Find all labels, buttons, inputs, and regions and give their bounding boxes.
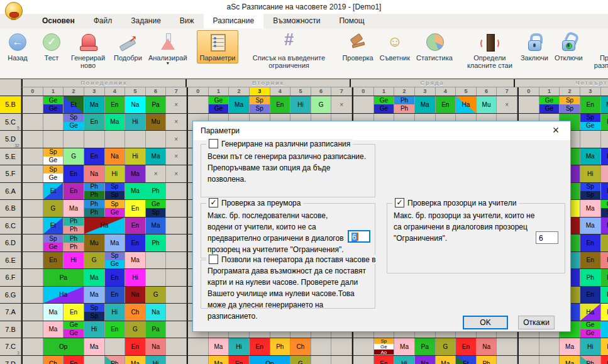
lesson-cell[interactable]	[166, 218, 187, 234]
lesson-cell[interactable]: Ma	[84, 96, 105, 113]
lesson-cell[interactable]: En	[125, 234, 146, 251]
lesson-cell[interactable]: Ph	[105, 356, 126, 364]
lesson-cell[interactable]	[43, 114, 64, 131]
lesson-cell[interactable]: Ma	[125, 183, 146, 200]
lesson-cell[interactable]	[146, 252, 167, 269]
lesson-cell[interactable]	[188, 356, 209, 364]
lesson-cell[interactable]	[146, 131, 167, 148]
lesson-cell[interactable]: Ma	[125, 356, 146, 364]
overwork-check-checkbox[interactable]: ✓	[209, 198, 218, 207]
lesson-cell[interactable]: GeGe	[580, 321, 601, 338]
ribbon-button-премахни-разписанието[interactable]: ♻Премахни разписанието	[586, 30, 608, 71]
lesson-cell[interactable]: SpGe	[43, 165, 64, 182]
lesson-cell[interactable]: Hi	[125, 148, 146, 165]
lesson-cell[interactable]: Hi	[580, 338, 601, 355]
lesson-cell[interactable]: Ph	[146, 183, 167, 200]
lesson-cell[interactable]	[311, 338, 332, 355]
lesson-cell[interactable]: PhPh	[64, 218, 84, 234]
lesson-cell[interactable]: Mu	[84, 234, 105, 251]
lesson-cell[interactable]	[601, 131, 608, 148]
period-header[interactable]: 4	[270, 87, 291, 96]
class-label[interactable]: 7.A	[0, 304, 21, 321]
lesson-cell[interactable]: ×	[166, 148, 187, 165]
lesson-cell[interactable]: En	[601, 183, 608, 200]
lesson-cell[interactable]: GeSp	[146, 200, 167, 217]
lesson-cell[interactable]	[519, 338, 539, 355]
lesson-cell[interactable]	[188, 338, 209, 355]
lesson-cell[interactable]	[43, 131, 64, 148]
lesson-cell[interactable]: Hi	[229, 338, 250, 355]
lesson-cell[interactable]: En	[105, 321, 126, 338]
lesson-cell[interactable]: Na	[125, 96, 146, 113]
lesson-cell[interactable]: Ha	[84, 218, 125, 234]
class-label[interactable]: 5.C5	[0, 114, 21, 131]
lesson-cell[interactable]	[311, 356, 332, 364]
period-header[interactable]: 3	[580, 87, 601, 96]
lesson-cell[interactable]: SpSp	[250, 96, 270, 113]
class-label[interactable]: 6.C	[0, 218, 21, 234]
lesson-cell[interactable]: En	[125, 218, 146, 234]
ribbon-button-тест[interactable]: ✓Тест	[38, 30, 65, 63]
lesson-cell[interactable]: Ma	[84, 269, 105, 286]
lesson-cell[interactable]	[166, 252, 187, 269]
lesson-cell[interactable]: G	[601, 165, 608, 182]
lesson-cell[interactable]: SpSp	[105, 183, 126, 200]
lesson-cell[interactable]: En	[601, 114, 608, 131]
cancel-button[interactable]: Откажи	[518, 316, 555, 329]
period-header[interactable]: 0	[188, 87, 209, 96]
lesson-cell[interactable]: Hi	[105, 165, 126, 182]
lesson-cell[interactable]	[64, 131, 84, 148]
lesson-cell[interactable]: Na	[84, 165, 105, 182]
period-header[interactable]: 0	[519, 87, 539, 96]
lesson-cell[interactable]: GeGe	[374, 96, 395, 113]
ok-button[interactable]: OK	[463, 316, 508, 329]
lesson-cell[interactable]	[23, 165, 43, 182]
class-label[interactable]: 6.E	[0, 252, 21, 269]
max-consecutive-lessons-input[interactable]: 6	[348, 230, 370, 243]
teacher-windows-checkbox[interactable]: ✓	[395, 198, 404, 207]
lesson-cell[interactable]: Ma	[84, 338, 105, 355]
lesson-cell[interactable]: ×	[166, 131, 187, 148]
lesson-cell[interactable]	[331, 338, 352, 355]
period-header[interactable]: 4	[436, 87, 456, 96]
lesson-cell[interactable]: Ma	[43, 304, 64, 321]
lesson-cell[interactable]	[23, 269, 43, 286]
lesson-cell[interactable]: Pa	[601, 269, 608, 286]
lesson-cell[interactable]	[23, 321, 43, 338]
lesson-cell[interactable]: SpGe	[43, 148, 64, 165]
lesson-cell[interactable]: SpGe	[43, 234, 64, 251]
lesson-cell[interactable]	[331, 356, 352, 364]
lesson-cell[interactable]: SpGe	[64, 114, 84, 131]
lesson-cell[interactable]: GeGe	[64, 321, 84, 338]
lesson-cell[interactable]: Ma	[436, 356, 456, 364]
lesson-cell[interactable]	[23, 304, 43, 321]
period-header[interactable]: 7	[497, 87, 517, 96]
lesson-cell[interactable]	[166, 304, 187, 321]
lesson-cell[interactable]	[23, 200, 43, 217]
lesson-cell[interactable]: SpGe	[105, 252, 126, 269]
lesson-cell[interactable]: Hi	[64, 252, 84, 269]
lesson-cell[interactable]: ×	[331, 96, 352, 113]
lesson-cell[interactable]: Na	[125, 287, 146, 304]
lesson-cell[interactable]: SpSp	[84, 304, 105, 321]
lesson-cell[interactable]: Op	[250, 356, 290, 364]
period-header[interactable]: 5	[456, 87, 477, 96]
lesson-cell[interactable]: En	[105, 269, 126, 286]
lesson-cell[interactable]	[23, 252, 43, 269]
lesson-cell[interactable]: Hi	[105, 304, 126, 321]
lesson-cell[interactable]: GeSp	[601, 200, 608, 217]
lesson-cell[interactable]	[353, 338, 374, 355]
period-header[interactable]: 6	[477, 87, 497, 96]
lesson-cell[interactable]: Ha	[456, 96, 477, 113]
lesson-cell[interactable]: ×	[166, 96, 187, 113]
lesson-cell[interactable]: En	[580, 287, 601, 304]
lesson-cell[interactable]: G	[84, 252, 105, 269]
lesson-cell[interactable]: En	[601, 304, 608, 321]
lesson-cell[interactable]: SpGe	[580, 114, 601, 131]
lesson-cell[interactable]: Ma	[105, 234, 126, 251]
lesson-cell[interactable]: Ma	[601, 96, 608, 113]
period-header[interactable]: 1	[539, 87, 560, 96]
lesson-cell[interactable]: Na	[105, 148, 126, 165]
period-header[interactable]: 6	[146, 87, 167, 96]
lesson-cell[interactable]: Hi	[290, 96, 311, 113]
